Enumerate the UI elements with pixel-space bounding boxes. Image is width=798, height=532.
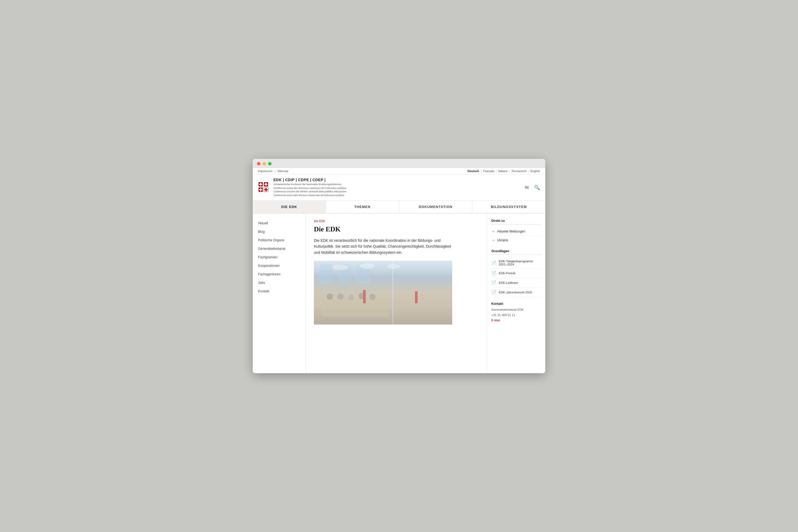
image-divider <box>393 261 393 324</box>
nav-dokumentation[interactable]: DOKUMENTATION <box>399 201 472 213</box>
header-actions: ✉ 🔍 <box>525 185 540 190</box>
quick-link-meldungen-label: Aktuelle Meldungen <box>497 230 525 233</box>
separator-1: | <box>274 169 275 173</box>
sidebar-item-jobs[interactable]: Jobs <box>253 279 306 287</box>
doc-label-3: EDK-Leitlinien <box>499 281 518 284</box>
sidebar-item-generalsekretariat[interactable]: Generalsekretariat <box>253 244 306 253</box>
right-sidebar: Direkt zu → Aktuelle Meldungen → Ukraine… <box>487 214 545 373</box>
logo-title: EDK | CDIP | CDPE | CDEP | <box>273 178 346 182</box>
left-sidebar: Aktuell Blog Politische Organe Generalse… <box>253 214 306 373</box>
utility-bar-left: Impressum | Sitemap <box>258 169 288 173</box>
doc-link-tatigkeitsprogramm[interactable]: 📄 EDK-Tätigkeitsprogramm 2021–2024 <box>491 258 541 268</box>
breadcrumb: Die EDK <box>314 220 479 223</box>
doc-icon-4: 📄 <box>491 290 497 295</box>
image-svg-overlay <box>314 261 452 324</box>
grundlagen-section: Grundlagen 📄 EDK-Tätigkeitsprogramm 2021… <box>491 249 541 297</box>
doc-link-jahresbericht[interactable]: 📄 EDK-Jahresbericht 2020 <box>491 288 541 297</box>
doc-icon-2: 📄 <box>491 270 497 276</box>
svg-rect-20 <box>322 311 388 317</box>
svg-point-17 <box>387 264 400 269</box>
sitemap-link[interactable]: Sitemap <box>278 169 288 173</box>
svg-point-16 <box>359 263 375 269</box>
lang-francais[interactable]: Français <box>483 169 494 173</box>
svg-point-25 <box>369 294 376 300</box>
doc-label-4: EDK-Jahresbericht 2020 <box>499 291 532 294</box>
contact-section: Kontakt Generalsekretariat EDK +41 31 30… <box>491 302 541 322</box>
content-image <box>314 261 452 324</box>
page-intro: Die EDK ist verantwortlich für die natio… <box>314 238 452 255</box>
lang-rumantsch[interactable]: Rumantsch <box>512 169 527 173</box>
main-content: Die EDK Die EDK Die EDK ist verantwortli… <box>306 214 487 373</box>
quick-link-ukraine[interactable]: → Ukraine <box>491 236 541 244</box>
edk-logo-icon <box>258 182 270 193</box>
doc-icon-1: 📄 <box>491 261 497 265</box>
svg-rect-5 <box>259 184 262 185</box>
svg-point-23 <box>348 294 354 300</box>
lang-italiano[interactable]: Italiano <box>498 169 508 173</box>
nav-die-edk[interactable]: DIE EDK <box>253 201 326 213</box>
arrow-icon-1: → <box>491 229 495 233</box>
logo-area[interactable]: EDK | CDIP | CDPE | CDEP | Schweizerisch… <box>258 178 346 197</box>
sidebar-item-kooperationen[interactable]: Kooperationen <box>253 262 306 270</box>
sidebar-item-fachgremien[interactable]: Fachgremien <box>253 253 306 262</box>
lang-english[interactable]: English <box>530 169 540 173</box>
svg-rect-27 <box>415 291 418 303</box>
sidebar-item-blog[interactable]: Blog <box>253 227 306 236</box>
doc-link-portrat[interactable]: 📄 EDK-Porträt <box>491 268 541 278</box>
quick-link-ukraine-label: Ukraine <box>497 238 508 242</box>
svg-rect-12 <box>319 263 332 285</box>
contact-email-link[interactable]: E-Mail <box>491 319 500 322</box>
direkt-zu-title: Direkt zu <box>491 219 541 225</box>
content-wrapper: Aktuell Blog Politische Organe Generalse… <box>253 214 545 373</box>
page-title: Die EDK <box>314 225 479 233</box>
contact-title: Kontakt <box>491 302 541 306</box>
grundlagen-title: Grundlagen <box>491 249 541 255</box>
maximize-button[interactable] <box>268 162 271 166</box>
sidebar-item-kontakt[interactable]: Kontakt <box>253 287 306 296</box>
arrow-icon-2: → <box>491 238 495 242</box>
sidebar-item-politische-organe[interactable]: Politische Organe <box>253 236 306 244</box>
doc-icon-3: 📄 <box>491 280 497 285</box>
browser-window: Impressum | Sitemap Deutsch | Français |… <box>253 159 545 373</box>
doc-label-2: EDK-Porträt <box>499 271 515 275</box>
main-nav: DIE EDK THEMEN DOKUMENTATION BILDUNGSSYS… <box>253 201 545 214</box>
language-switcher: Deutsch | Français | Italiano | Rumantsc… <box>468 169 540 173</box>
minimize-button[interactable] <box>263 162 266 166</box>
contact-phone: +41 31 309 51 11 <box>491 312 541 318</box>
impressum-link[interactable]: Impressum <box>258 169 272 173</box>
svg-point-21 <box>327 293 333 300</box>
close-button[interactable] <box>257 162 261 166</box>
search-icon[interactable]: 🔍 <box>534 185 540 190</box>
nav-themen[interactable]: THEMEN <box>326 201 399 213</box>
logo-text: EDK | CDIP | CDPE | CDEP | Schweizerisch… <box>273 178 346 197</box>
sidebar-item-aktuell[interactable]: Aktuell <box>253 219 306 227</box>
nav-bildungssystem[interactable]: BILDUNGSSYSTEM <box>472 201 545 213</box>
svg-rect-7 <box>264 184 268 185</box>
svg-rect-26 <box>363 290 366 303</box>
utility-bar: Impressum | Sitemap Deutsch | Français |… <box>253 168 545 174</box>
svg-point-15 <box>332 265 348 270</box>
logo-subtitle: Schweizerische Konferenz der kantonalen … <box>273 183 346 197</box>
contact-name: Generalsekretariat EDK <box>491 307 541 312</box>
sidebar-item-fachagenturen[interactable]: Fachagenturen <box>253 270 306 279</box>
svg-rect-9 <box>259 189 262 190</box>
quick-link-meldungen[interactable]: → Aktuelle Meldungen <box>491 227 541 236</box>
svg-point-22 <box>337 293 344 300</box>
svg-rect-11 <box>264 189 268 190</box>
doc-link-leitlinien[interactable]: 📄 EDK-Leitlinien <box>491 278 541 288</box>
doc-label-1: EDK-Tätigkeitsprogramm 2021–2024 <box>499 260 541 266</box>
svg-rect-19 <box>322 305 388 310</box>
lang-deutsch[interactable]: Deutsch <box>468 169 479 173</box>
site-header: EDK | CDIP | CDPE | CDEP | Schweizerisch… <box>253 174 545 201</box>
email-icon[interactable]: ✉ <box>525 185 529 190</box>
browser-chrome <box>253 159 545 168</box>
